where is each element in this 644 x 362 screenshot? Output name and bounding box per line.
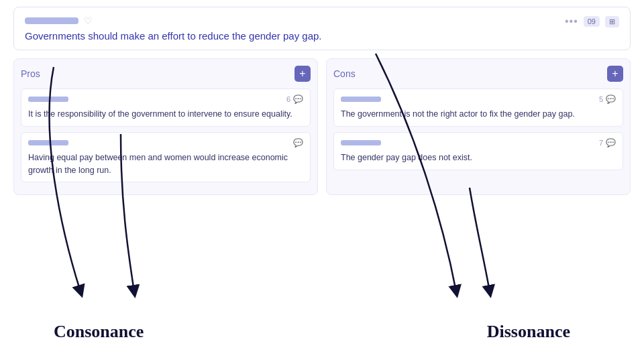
pro-card-1: 6 💬 It is the responsibility of the gove… — [21, 88, 311, 127]
con-avatar-1 — [341, 97, 381, 102]
con-card-1-header: 5 💬 — [341, 95, 616, 104]
pros-header: Pros + — [21, 66, 311, 82]
cons-column: Cons + 5 💬 The government is not the rig… — [326, 58, 631, 195]
pro-avatar-2 — [28, 140, 68, 145]
comment-badge: 09 — [584, 16, 600, 27]
chat-icon-1: 💬 — [293, 95, 303, 104]
pro-meta-1: 6 💬 — [286, 95, 303, 104]
con-meta-2: 7 💬 — [599, 138, 616, 147]
con-card-2-header: 7 💬 — [341, 138, 616, 147]
heart-icon[interactable]: ♡ — [84, 15, 93, 26]
con-avatar-2 — [341, 140, 381, 145]
add-pro-button[interactable]: + — [294, 66, 311, 82]
con-chat-icon-1: 💬 — [606, 95, 616, 104]
con-card-2: 7 💬 The gender pay gap does not exist. — [333, 132, 623, 170]
con-card-1: 5 💬 The government is not the right acto… — [333, 88, 623, 127]
topic-title: Governments should make an effort to red… — [25, 30, 322, 42]
topic-card-right: ••• 09 ⊞ — [565, 15, 619, 27]
con-count-2: 7 — [599, 139, 603, 147]
consonance-label: Consonance — [54, 322, 144, 342]
con-chat-icon-2: 💬 — [606, 138, 616, 147]
main-container: ♡ Governments should make an effort to r… — [0, 0, 644, 195]
con-count-1: 5 — [599, 95, 603, 103]
pros-title: Pros — [21, 68, 40, 79]
con-meta-1: 5 💬 — [599, 95, 616, 104]
pros-cons-columns: Pros + 6 💬 It is the responsibility of t… — [13, 58, 631, 195]
pro-card-2-header: 💬 — [28, 138, 303, 147]
pro-count-1: 6 — [286, 95, 290, 103]
pro-meta-2: 💬 — [293, 138, 303, 147]
chat-icon-2: 💬 — [293, 138, 303, 147]
con-text-2: The gender pay gap does not exist. — [341, 152, 616, 164]
topic-card-left: ♡ Governments should make an effort to r… — [25, 15, 322, 42]
avatar-bar — [25, 17, 78, 24]
cons-header: Cons + — [333, 66, 623, 82]
add-con-button[interactable]: + — [607, 66, 623, 82]
count-badge: ⊞ — [605, 16, 619, 27]
pro-card-2: 💬 Having equal pay between men and women… — [21, 132, 311, 183]
topic-meta: ♡ — [25, 15, 322, 26]
con-text-1: The government is not the right actor to… — [341, 108, 616, 121]
more-options-icon[interactable]: ••• — [565, 15, 578, 27]
pro-avatar-1 — [28, 97, 68, 102]
pros-column: Pros + 6 💬 It is the responsibility of t… — [13, 58, 318, 195]
dissonance-label: Dissonance — [487, 322, 570, 342]
pro-text-2: Having equal pay between men and women w… — [28, 152, 303, 177]
pro-card-1-header: 6 💬 — [28, 95, 303, 104]
topic-card: ♡ Governments should make an effort to r… — [13, 7, 631, 50]
cons-title: Cons — [333, 68, 356, 79]
pro-text-1: It is the responsibility of the governme… — [28, 108, 303, 121]
